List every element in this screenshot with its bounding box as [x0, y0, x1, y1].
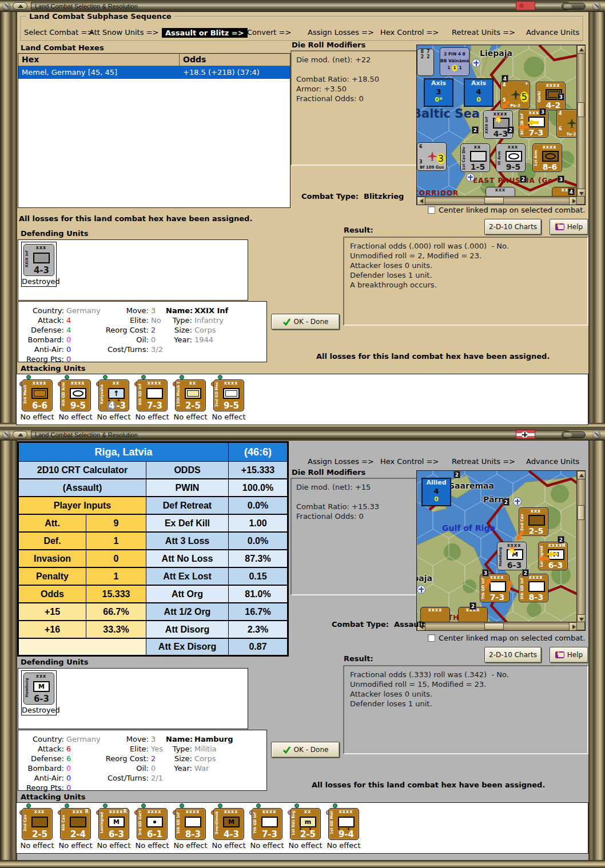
unit-counter[interactable]: xxxx2nd GD Mech9-5 [213, 379, 244, 411]
stat-value: No [151, 315, 161, 325]
unit-counter[interactable]: xxx4th Cav2-4R [60, 808, 91, 840]
unit-effect-caption: No effect [285, 841, 326, 850]
unit-counter[interactable]: xxxHamburgM6-3 [23, 673, 54, 705]
map-viewport[interactable]: SaaremaaPärnuGulf of RigaLiepajaLITHUANI… [416, 470, 586, 631]
window-title: Land Combat Selection & Resolution [35, 431, 138, 438]
stat-value: Militia [194, 744, 217, 754]
unit-counter[interactable]: xxxx5th GD Inf8-3 [175, 808, 206, 840]
hex-stack-badge: 2 [472, 126, 479, 134]
help-button[interactable]: Help [550, 219, 588, 235]
unit-counter[interactable]: xxxxXXIX Inf4-3 [483, 110, 513, 139]
unit-counter[interactable]: xxxxHamburgM6-3 [497, 542, 527, 570]
unit-counter[interactable]: xxxx4th GD Arm9-5 [60, 379, 91, 411]
center-map-checkbox[interactable] [428, 206, 435, 214]
stack-info-box[interactable]: Axis30* [424, 78, 453, 107]
air-unit-counter[interactable]: 46Tu-2 [556, 109, 578, 138]
armor-oval [73, 390, 83, 397]
unit-stats-value: 4-3 [29, 265, 54, 275]
map-viewport[interactable]: LiepajaBaltic SeaEAST PRUSSIA (GeCORRIDO… [416, 45, 586, 205]
ok-done-button[interactable]: OK - Done [271, 742, 340, 758]
mot-symbol-icon [338, 817, 355, 827]
map-area[interactable]: SaaremaaPärnuGulf of RigaLiepajaLITHUANI… [417, 471, 578, 623]
unit-counter[interactable]: xxxxSverdlovskM4-3 [213, 808, 244, 840]
center-map-checkbox[interactable] [428, 634, 435, 642]
defending-unit-cell[interactable]: xxxXXIX Inf4-3Destroyed [21, 242, 57, 287]
charts-button[interactable]: 2-D-10 Charts [484, 647, 542, 663]
naval-unit-counter[interactable]: 2 FIN 4 8BB Väinämöinen1 1 1 [440, 47, 469, 76]
crt-input-value: 9 [86, 514, 146, 532]
defending-unit-cell[interactable]: xxxHamburgM6-3Destroyed [21, 670, 57, 715]
titlebar-pill[interactable] [562, 3, 586, 10]
collapse-button[interactable] [13, 2, 27, 10]
subphase-step: Assign Losses => [308, 457, 374, 466]
crt-hex-title: Riga, Latvia [18, 442, 229, 462]
stack-info-box[interactable]: Allied40 [421, 478, 451, 506]
status-dot-green [256, 803, 261, 808]
vertical-scroll-thumb[interactable] [578, 102, 584, 117]
unit-counter[interactable]: xxxXXIX Inf4-3 [23, 244, 54, 276]
map-horizontal-scrollbar[interactable] [417, 622, 578, 630]
ok-done-button[interactable]: OK - Done [271, 314, 340, 330]
stat-value: 0 [66, 354, 71, 364]
hex-stack-badge: 3 [558, 93, 564, 101]
unit-stats-value: 7-3 [485, 593, 509, 602]
port-anchor-icon [466, 173, 475, 182]
unit-counter[interactable]: xx1st Cav Div1-5 [460, 143, 490, 172]
map-vertical-scrollbar[interactable] [576, 471, 585, 623]
stat-row: Reorg Cost:2 [87, 325, 163, 335]
unit-effect-caption: No effect [208, 413, 249, 421]
scroll-up-button[interactable] [577, 471, 586, 479]
horizontal-scroll-thumb[interactable] [484, 197, 504, 204]
collapse-button[interactable] [13, 431, 27, 438]
combat-type: Combat Type: Assault [332, 620, 425, 629]
cav-symbol-icon [470, 151, 487, 162]
crt-output-value: 100.0% [228, 479, 288, 497]
unit-counter[interactable]: xxx2nd Cav2-5 [22, 808, 53, 840]
reorg-marker: R [85, 809, 89, 814]
hex-stack-badge: 3 [539, 108, 546, 115]
status-dot-green [65, 375, 69, 379]
crt-output-value: 0.87 [228, 638, 288, 655]
unit-counter[interactable]: xxxxLeningradM6-3R [98, 808, 129, 840]
stat-label: Move: [87, 734, 151, 744]
unit-stats-value: 8-6 [538, 162, 562, 171]
armor-symbol-icon [70, 388, 86, 399]
map-vertical-scrollbar[interactable] [576, 45, 585, 197]
unit-counter[interactable]: xxxx7th GD Inf7-3 [252, 808, 282, 840]
unit-counter[interactable]: xxxx1st Arm8-6 [532, 143, 562, 172]
stack-info-box[interactable]: Axis40 [464, 78, 493, 107]
air-unit-counter[interactable]: 63Bf 109 Gustav3 [417, 142, 447, 171]
unit-counter[interactable]: xxKatyusha↑4-3 [98, 379, 129, 411]
titlebar-pill[interactable] [562, 431, 586, 438]
unit-counter[interactable]: xxxx6th GD Inf7-3 [137, 379, 168, 411]
unit-size-label: xxxx [335, 809, 357, 814]
mech-symbol-icon [31, 388, 48, 399]
titlebar[interactable]: Land Combat Selection & Resolution [31, 430, 571, 439]
unit-counter[interactable]: xxxx1st GD Mot9-4 [328, 808, 359, 840]
unit-stats-value: 6-6 [27, 401, 52, 411]
unit-counter[interactable]: xx1st Gds Engm2-5 [290, 808, 321, 840]
stack-count: 4 [465, 87, 492, 96]
unit-size-label: xxxx [489, 111, 511, 117]
titlebar[interactable]: Land Combat Selection & Resolution [31, 2, 571, 10]
unit-counter[interactable]: xxxIII Arm9-5 [496, 143, 526, 172]
hex-table-row[interactable]: Memel, Germany [45, 45]+18.5 (+21B) (37:… [18, 66, 290, 79]
map-area[interactable]: LiepajaBaltic SeaEAST PRUSSIA (GeCORRIDO… [417, 45, 578, 197]
unit-counter[interactable]: xx13th Mech D.2-5 [175, 379, 206, 411]
scroll-up-button[interactable] [577, 45, 586, 54]
unit-counter[interactable]: xxxx5th GD Inf8-3 [519, 574, 548, 602]
unit-counter[interactable]: xxxx3rd Mech6-6 [22, 379, 53, 411]
unit-effect-caption: No effect [55, 413, 96, 421]
stat-label: Cost/Turns: [87, 773, 151, 783]
unit-counter[interactable]: xxxx3rd GD Garr6-1 [137, 808, 168, 840]
scroll-left-button[interactable] [417, 197, 425, 205]
help-button[interactable]: Help [550, 647, 588, 663]
unit-stats-value: 2-5 [27, 829, 52, 839]
port-anchor-icon [472, 59, 480, 67]
map-horizontal-scrollbar[interactable] [417, 196, 578, 205]
horizontal-scroll-thumb[interactable] [484, 623, 504, 630]
vertical-scroll-thumb[interactable] [578, 505, 584, 520]
status-dot-green [103, 803, 108, 808]
charts-button[interactable]: 2-D-10 Charts [484, 219, 542, 235]
crt-output-value: 1.00 [228, 514, 288, 532]
